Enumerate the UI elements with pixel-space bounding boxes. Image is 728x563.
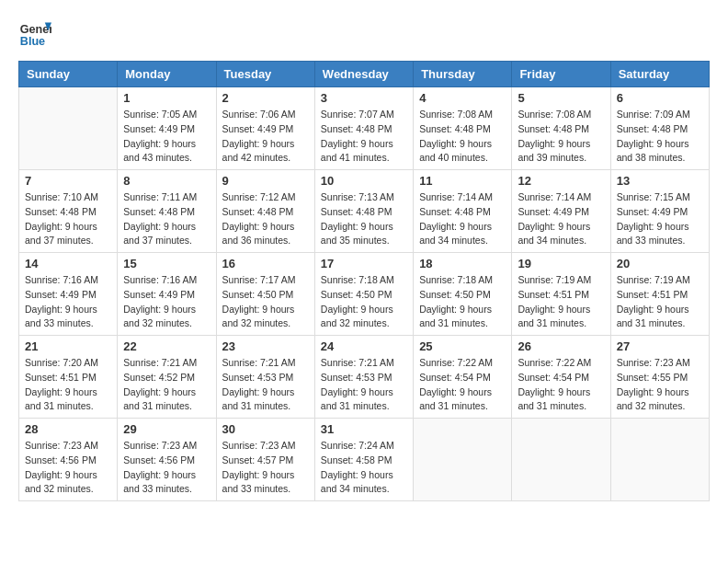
day-info: Sunrise: 7:23 AMSunset: 4:56 PMDaylight:… — [25, 439, 111, 497]
day-info: Sunrise: 7:05 AMSunset: 4:49 PMDaylight:… — [123, 108, 210, 166]
day-number: 22 — [123, 339, 210, 353]
weekday-header-cell: Sunday — [19, 62, 118, 87]
day-number: 17 — [321, 257, 407, 270]
weekday-header-cell: Thursday — [414, 62, 512, 87]
calendar-day-cell: 23Sunrise: 7:21 AMSunset: 4:53 PMDayligh… — [216, 336, 314, 419]
calendar-day-cell: 30Sunrise: 7:23 AMSunset: 4:57 PMDayligh… — [216, 419, 314, 501]
calendar-day-cell: 8Sunrise: 7:11 AMSunset: 4:48 PMDaylight… — [118, 170, 216, 253]
calendar-day-cell: 3Sunrise: 7:07 AMSunset: 4:48 PMDaylight… — [314, 87, 413, 170]
day-number: 20 — [617, 257, 703, 270]
day-number: 2 — [222, 91, 309, 105]
day-number: 31 — [321, 422, 407, 436]
day-number: 5 — [518, 91, 604, 105]
day-info: Sunrise: 7:15 AMSunset: 4:49 PMDaylight:… — [617, 190, 703, 248]
day-number: 21 — [25, 339, 111, 353]
calendar-day-cell: 13Sunrise: 7:15 AMSunset: 4:49 PMDayligh… — [610, 170, 709, 253]
day-info: Sunrise: 7:17 AMSunset: 4:50 PMDaylight:… — [222, 273, 309, 331]
day-info: Sunrise: 7:06 AMSunset: 4:49 PMDaylight:… — [222, 108, 309, 166]
weekday-header-row: SundayMondayTuesdayWednesdayThursdayFrid… — [19, 62, 710, 87]
day-number: 9 — [222, 174, 309, 188]
day-number: 15 — [123, 257, 210, 270]
calendar-week-row: 7Sunrise: 7:10 AMSunset: 4:48 PMDaylight… — [19, 170, 710, 253]
day-number: 28 — [25, 422, 111, 436]
calendar-week-row: 21Sunrise: 7:20 AMSunset: 4:51 PMDayligh… — [19, 336, 710, 419]
day-info: Sunrise: 7:21 AMSunset: 4:53 PMDaylight:… — [321, 356, 407, 414]
calendar-day-cell: 27Sunrise: 7:23 AMSunset: 4:55 PMDayligh… — [610, 336, 709, 419]
day-info: Sunrise: 7:11 AMSunset: 4:48 PMDaylight:… — [123, 190, 210, 248]
page-header: General Blue — [18, 18, 710, 52]
day-info: Sunrise: 7:22 AMSunset: 4:54 PMDaylight:… — [518, 356, 604, 414]
day-number: 29 — [123, 422, 210, 436]
calendar-day-cell: 20Sunrise: 7:19 AMSunset: 4:51 PMDayligh… — [610, 253, 709, 336]
calendar-day-cell: 22Sunrise: 7:21 AMSunset: 4:52 PMDayligh… — [118, 336, 216, 419]
calendar-day-cell: 4Sunrise: 7:08 AMSunset: 4:48 PMDaylight… — [414, 87, 512, 170]
day-info: Sunrise: 7:10 AMSunset: 4:48 PMDaylight:… — [25, 190, 111, 248]
day-number: 24 — [321, 339, 407, 353]
day-info: Sunrise: 7:23 AMSunset: 4:55 PMDaylight:… — [617, 356, 703, 414]
calendar-day-cell: 25Sunrise: 7:22 AMSunset: 4:54 PMDayligh… — [414, 336, 512, 419]
calendar-day-cell: 1Sunrise: 7:05 AMSunset: 4:49 PMDaylight… — [118, 87, 216, 170]
day-number: 23 — [222, 339, 309, 353]
calendar-day-cell — [19, 87, 118, 170]
day-info: Sunrise: 7:23 AMSunset: 4:56 PMDaylight:… — [123, 439, 210, 497]
calendar-day-cell: 31Sunrise: 7:24 AMSunset: 4:58 PMDayligh… — [314, 419, 413, 501]
calendar-day-cell: 15Sunrise: 7:16 AMSunset: 4:49 PMDayligh… — [118, 253, 216, 336]
calendar-day-cell: 14Sunrise: 7:16 AMSunset: 4:49 PMDayligh… — [19, 253, 118, 336]
calendar-day-cell — [512, 419, 610, 501]
calendar-day-cell: 9Sunrise: 7:12 AMSunset: 4:48 PMDaylight… — [216, 170, 314, 253]
day-info: Sunrise: 7:08 AMSunset: 4:48 PMDaylight:… — [419, 108, 506, 166]
calendar-day-cell: 11Sunrise: 7:14 AMSunset: 4:48 PMDayligh… — [414, 170, 512, 253]
day-number: 16 — [222, 257, 309, 270]
calendar-table: SundayMondayTuesdayWednesdayThursdayFrid… — [18, 61, 710, 501]
day-info: Sunrise: 7:18 AMSunset: 4:50 PMDaylight:… — [419, 273, 506, 331]
calendar-day-cell: 16Sunrise: 7:17 AMSunset: 4:50 PMDayligh… — [216, 253, 314, 336]
day-number: 7 — [25, 174, 111, 188]
day-number: 4 — [419, 91, 506, 105]
day-info: Sunrise: 7:16 AMSunset: 4:49 PMDaylight:… — [123, 273, 210, 331]
day-info: Sunrise: 7:09 AMSunset: 4:48 PMDaylight:… — [617, 108, 703, 166]
calendar-body: 1Sunrise: 7:05 AMSunset: 4:49 PMDaylight… — [19, 87, 710, 501]
day-info: Sunrise: 7:19 AMSunset: 4:51 PMDaylight:… — [617, 273, 703, 331]
weekday-header-cell: Friday — [512, 62, 610, 87]
calendar-day-cell: 2Sunrise: 7:06 AMSunset: 4:49 PMDaylight… — [216, 87, 314, 170]
calendar-day-cell — [414, 419, 512, 501]
day-number: 19 — [518, 257, 604, 270]
day-number: 12 — [518, 174, 604, 188]
day-number: 3 — [321, 91, 407, 105]
calendar-day-cell: 12Sunrise: 7:14 AMSunset: 4:49 PMDayligh… — [512, 170, 610, 253]
day-info: Sunrise: 7:21 AMSunset: 4:52 PMDaylight:… — [123, 356, 210, 414]
day-number: 26 — [518, 339, 604, 353]
day-info: Sunrise: 7:14 AMSunset: 4:49 PMDaylight:… — [518, 190, 604, 248]
day-number: 10 — [321, 174, 407, 188]
day-info: Sunrise: 7:22 AMSunset: 4:54 PMDaylight:… — [419, 356, 506, 414]
logo-icon: General Blue — [18, 18, 51, 52]
day-number: 25 — [419, 339, 506, 353]
day-number: 13 — [617, 174, 703, 188]
day-number: 30 — [222, 422, 309, 436]
calendar-day-cell: 19Sunrise: 7:19 AMSunset: 4:51 PMDayligh… — [512, 253, 610, 336]
day-number: 1 — [123, 91, 210, 105]
day-info: Sunrise: 7:20 AMSunset: 4:51 PMDaylight:… — [25, 356, 111, 414]
day-number: 18 — [419, 257, 506, 270]
weekday-header-cell: Wednesday — [314, 62, 413, 87]
weekday-header-cell: Monday — [118, 62, 216, 87]
calendar-day-cell: 17Sunrise: 7:18 AMSunset: 4:50 PMDayligh… — [314, 253, 413, 336]
day-info: Sunrise: 7:16 AMSunset: 4:49 PMDaylight:… — [25, 273, 111, 331]
day-info: Sunrise: 7:07 AMSunset: 4:48 PMDaylight:… — [321, 108, 407, 166]
calendar-day-cell: 26Sunrise: 7:22 AMSunset: 4:54 PMDayligh… — [512, 336, 610, 419]
calendar-day-cell: 7Sunrise: 7:10 AMSunset: 4:48 PMDaylight… — [19, 170, 118, 253]
calendar-day-cell: 18Sunrise: 7:18 AMSunset: 4:50 PMDayligh… — [414, 253, 512, 336]
logo: General Blue — [18, 18, 51, 52]
day-number: 11 — [419, 174, 506, 188]
day-info: Sunrise: 7:14 AMSunset: 4:48 PMDaylight:… — [419, 190, 506, 248]
day-info: Sunrise: 7:18 AMSunset: 4:50 PMDaylight:… — [321, 273, 407, 331]
day-number: 14 — [25, 257, 111, 270]
day-number: 6 — [617, 91, 703, 105]
calendar-week-row: 1Sunrise: 7:05 AMSunset: 4:49 PMDaylight… — [19, 87, 710, 170]
calendar-week-row: 28Sunrise: 7:23 AMSunset: 4:56 PMDayligh… — [19, 419, 710, 501]
day-number: 8 — [123, 174, 210, 188]
day-number: 27 — [617, 339, 703, 353]
day-info: Sunrise: 7:23 AMSunset: 4:57 PMDaylight:… — [222, 439, 309, 497]
day-info: Sunrise: 7:21 AMSunset: 4:53 PMDaylight:… — [222, 356, 309, 414]
calendar-day-cell: 6Sunrise: 7:09 AMSunset: 4:48 PMDaylight… — [610, 87, 709, 170]
